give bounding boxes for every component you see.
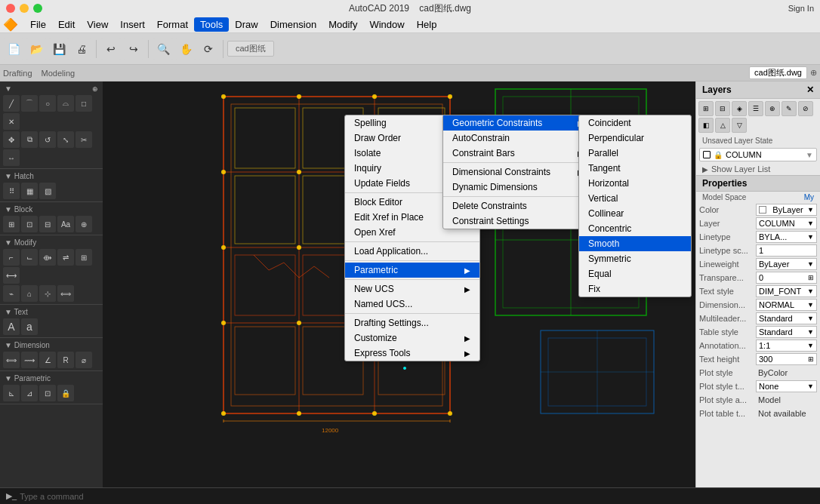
layer-dropdown-btn[interactable]: ▼ bbox=[807, 220, 814, 227]
menu-parametric[interactable]: Parametric ▶ bbox=[345, 263, 479, 278]
layer-btn-2[interactable]: ⊟ bbox=[715, 101, 730, 116]
menu-edit[interactable]: Edit bbox=[52, 17, 81, 32]
new-btn[interactable]: 📄 bbox=[3, 38, 24, 60]
linetype-value[interactable]: BYLA... ▼ bbox=[756, 231, 817, 243]
lt-rect[interactable]: □ bbox=[76, 95, 92, 112]
lineweight-dropdown[interactable]: ▼ bbox=[807, 260, 814, 268]
lt-trim[interactable]: ✂ bbox=[76, 131, 92, 148]
layer-dropdown-arrow[interactable]: ▼ bbox=[806, 151, 813, 159]
menu-draw[interactable]: Draw bbox=[229, 17, 264, 32]
layer-btn-1[interactable]: ⊞ bbox=[698, 101, 714, 116]
lt-param2[interactable]: ⊿ bbox=[21, 385, 38, 401]
plot-style-t-dropdown[interactable]: ▼ bbox=[807, 383, 814, 390]
orbit-btn[interactable]: ⟳ bbox=[198, 38, 219, 60]
layer-btn-10[interactable]: ▽ bbox=[732, 118, 747, 133]
menu-perpendicular[interactable]: Perpendicular bbox=[579, 131, 691, 146]
dimension-value[interactable]: NORMAL ▼ bbox=[756, 299, 817, 311]
menu-symmetric[interactable]: Symmetric bbox=[579, 251, 691, 266]
menu-dim-constraints[interactable]: Dimensional Constraints ▶ bbox=[443, 164, 593, 180]
lt-text[interactable]: a bbox=[21, 318, 38, 335]
menu-window[interactable]: Window bbox=[363, 17, 410, 32]
text-style-value[interactable]: DIM_FONT ▼ bbox=[756, 285, 817, 297]
lineweight-value[interactable]: ByLayer ▼ bbox=[756, 258, 817, 270]
lt-fillet[interactable]: ⌐ bbox=[3, 249, 20, 266]
layer-btn-9[interactable]: △ bbox=[715, 118, 730, 133]
layer-btn-3[interactable]: ◈ bbox=[732, 101, 747, 116]
lt-join[interactable]: ⌂ bbox=[21, 285, 38, 302]
lt-line[interactable]: ╱ bbox=[3, 95, 20, 112]
menu-tangent[interactable]: Tangent bbox=[579, 161, 691, 176]
menu-smooth[interactable]: Smooth bbox=[579, 236, 691, 251]
menu-new-ucs[interactable]: New UCS ▶ bbox=[345, 281, 479, 297]
menu-drafting-settings[interactable]: Drafting Settings... bbox=[345, 315, 479, 330]
menu-constraint-bars[interactable]: Constraint Bars ▶ bbox=[443, 146, 593, 161]
dimension-dropdown[interactable]: ▼ bbox=[807, 301, 814, 309]
lt-stretch[interactable]: ⟷ bbox=[3, 267, 20, 284]
redo-btn[interactable]: ↪ bbox=[123, 38, 144, 60]
menu-constraint-settings[interactable]: Constraint Settings bbox=[443, 214, 593, 229]
open-btn[interactable]: 📂 bbox=[26, 38, 47, 60]
plot-style-t-value[interactable]: None ▼ bbox=[756, 380, 817, 392]
undo-btn[interactable]: ↩ bbox=[100, 38, 122, 60]
lt-block-make[interactable]: ⊡ bbox=[21, 216, 38, 232]
lt-dim-aligned[interactable]: ⟿ bbox=[21, 352, 38, 368]
plus-tab[interactable]: ⊕ bbox=[810, 68, 817, 78]
lt-dim-radius[interactable]: R bbox=[57, 352, 74, 368]
lt-scale[interactable]: ⤡ bbox=[57, 131, 74, 148]
layers-collapse[interactable]: ✕ bbox=[806, 85, 814, 95]
lt-param3[interactable]: ⊡ bbox=[39, 385, 56, 401]
multileader-value[interactable]: Standard ▼ bbox=[756, 312, 817, 324]
menu-customize[interactable]: Customize ▶ bbox=[345, 330, 479, 346]
menu-delete-constraints[interactable]: Delete Constraints bbox=[443, 198, 593, 214]
menu-help[interactable]: Help bbox=[411, 17, 443, 32]
layer-btn-5[interactable]: ⊕ bbox=[765, 101, 780, 116]
maximize-button[interactable] bbox=[33, 4, 42, 13]
menu-coincident[interactable]: Coincident bbox=[579, 115, 691, 131]
menu-view[interactable]: View bbox=[81, 17, 114, 32]
lt-block-edit[interactable]: ⊟ bbox=[39, 216, 56, 232]
lt-extend[interactable]: ↔ bbox=[3, 149, 20, 166]
table-style-dropdown[interactable]: ▼ bbox=[807, 328, 814, 336]
lt-dim-linear[interactable]: ⟺ bbox=[3, 352, 20, 368]
layer-btn-4[interactable]: ☰ bbox=[748, 101, 763, 116]
lt-move[interactable]: ✥ bbox=[3, 131, 20, 148]
menu-format[interactable]: Format bbox=[151, 17, 194, 32]
menu-parallel[interactable]: Parallel bbox=[579, 146, 691, 161]
lt-mirror[interactable]: ⇌ bbox=[57, 249, 74, 266]
text-height-btn[interactable]: ⊞ bbox=[808, 355, 814, 363]
lt-explode[interactable]: ⊹ bbox=[39, 285, 56, 302]
lt-dim-angular[interactable]: ∠ bbox=[39, 352, 56, 368]
lt-break[interactable]: ⌁ bbox=[3, 285, 20, 302]
menu-vertical[interactable]: Vertical bbox=[579, 191, 691, 206]
layer-value[interactable]: COLUMN ▼ bbox=[756, 217, 817, 229]
menu-load-application[interactable]: Load Application... bbox=[345, 244, 479, 259]
layer-btn-8[interactable]: ◧ bbox=[698, 118, 714, 133]
layer-btn-6[interactable]: ✎ bbox=[781, 101, 797, 116]
save-btn[interactable]: 💾 bbox=[48, 38, 69, 60]
annotation-dropdown[interactable]: ▼ bbox=[807, 342, 814, 349]
lt-block-insert[interactable]: ⊞ bbox=[3, 216, 20, 232]
lt-block5[interactable]: ⊕ bbox=[76, 216, 92, 232]
menu-file[interactable]: File bbox=[24, 17, 52, 32]
multileader-dropdown[interactable]: ▼ bbox=[807, 315, 814, 322]
table-style-value[interactable]: Standard ▼ bbox=[756, 326, 817, 338]
pan-btn[interactable]: ✋ bbox=[175, 38, 196, 60]
linetype-scale-value[interactable]: 1 bbox=[756, 244, 817, 257]
transparency-value[interactable]: 0 ⊞ bbox=[756, 272, 817, 284]
minimize-button[interactable] bbox=[20, 4, 29, 13]
lt-param4[interactable]: 🔒 bbox=[57, 385, 74, 401]
lt-arc[interactable]: ⌓ bbox=[57, 95, 74, 112]
show-layer-list[interactable]: ▶ Show Layer List bbox=[696, 163, 820, 175]
lt-chamfer[interactable]: ⌙ bbox=[21, 249, 38, 266]
lt-align[interactable]: ⟺ bbox=[57, 285, 74, 302]
menu-equal[interactable]: Equal bbox=[579, 266, 691, 281]
menu-dimension[interactable]: Dimension bbox=[264, 17, 322, 32]
lt-mtext[interactable]: A bbox=[3, 318, 20, 335]
zoom-btn[interactable]: 🔍 bbox=[153, 38, 174, 60]
menu-insert[interactable]: Insert bbox=[114, 17, 151, 32]
menu-fix[interactable]: Fix bbox=[579, 281, 691, 297]
transparency-btn[interactable]: ⊞ bbox=[808, 274, 814, 281]
lt-hatch[interactable]: ⠿ bbox=[3, 183, 20, 199]
color-value[interactable]: ByLayer ▼ bbox=[756, 204, 817, 216]
menu-horizontal[interactable]: Horizontal bbox=[579, 176, 691, 191]
